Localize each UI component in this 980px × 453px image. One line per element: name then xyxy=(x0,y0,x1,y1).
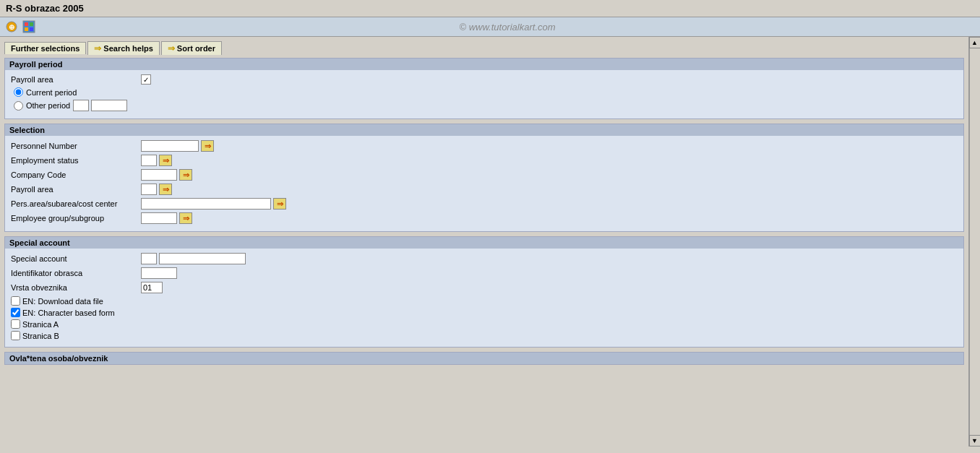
further-selections-label: Further selections xyxy=(11,44,79,53)
character-based-label: EN: Character based form xyxy=(22,309,115,317)
special-account-label: Special account xyxy=(11,254,141,263)
selection-body: Personnel Number ⇒ Employment status ⇒ C… xyxy=(5,136,963,231)
current-period-row: Current period xyxy=(14,87,958,97)
special-account-section: Special account Special account Identifi… xyxy=(4,236,964,348)
payroll-area-sel-label: Payroll area xyxy=(11,185,141,194)
payroll-area-sel-input[interactable] xyxy=(141,184,157,195)
employment-status-row: Employment status ⇒ xyxy=(11,155,958,166)
special-account-input-1[interactable] xyxy=(141,253,157,264)
special-account-inputs xyxy=(141,253,246,264)
vrsta-input[interactable]: 01 xyxy=(141,282,163,293)
character-based-checkbox[interactable] xyxy=(11,308,20,317)
payroll-area-sel-row: Payroll area ⇒ xyxy=(11,184,958,195)
stranica-a-label: Stranica A xyxy=(22,320,59,329)
company-code-search-icon: ⇒ xyxy=(183,171,189,180)
employment-status-input[interactable] xyxy=(141,155,157,166)
search-helps-arrow-icon: ⇒ xyxy=(94,43,101,53)
stranica-b-row: Stranica B xyxy=(11,331,958,340)
tab-sort-order[interactable]: ⇒ Sort order xyxy=(161,41,222,55)
payroll-period-section: Payroll period Payroll area ✓ Current pe… xyxy=(4,58,964,119)
payroll-area-label: Payroll area xyxy=(11,75,141,84)
personnel-number-row: Personnel Number ⇒ xyxy=(11,140,958,152)
title-bar: R-S obrazac 2005 xyxy=(0,0,980,17)
employee-group-row: Employee group/subgroup ⇒ xyxy=(11,212,958,224)
character-based-row: EN: Character based form xyxy=(11,308,958,317)
scrollbar: ▲ ▼ xyxy=(968,37,980,446)
personnel-number-search-icon: ⇒ xyxy=(205,142,211,151)
svg-rect-6 xyxy=(30,27,33,31)
tab-search-helps[interactable]: ⇒ Search helps xyxy=(87,41,159,55)
sort-order-arrow-icon: ⇒ xyxy=(168,43,175,53)
tab-bar: Further selections ⇒ Search helps ⇒ Sort… xyxy=(4,41,964,55)
employee-group-search-btn[interactable]: ⇒ xyxy=(179,212,192,224)
company-code-row: Company Code ⇒ xyxy=(11,169,958,181)
current-period-label: Current period xyxy=(26,88,77,97)
payroll-area-row: Payroll area ✓ xyxy=(11,74,958,85)
company-code-label: Company Code xyxy=(11,171,141,179)
current-period-radio[interactable] xyxy=(14,87,23,97)
employment-status-label: Employment status xyxy=(11,156,141,165)
company-code-input[interactable] xyxy=(141,169,177,181)
payroll-period-title: Payroll period xyxy=(5,59,963,70)
sort-order-label: Sort order xyxy=(177,44,215,53)
download-data-row: EN: Download data file xyxy=(11,296,958,306)
special-account-title: Special account xyxy=(5,237,963,249)
stranica-b-checkbox[interactable] xyxy=(11,331,20,340)
toolbar: ⊕ © www.tutorialkart.com xyxy=(0,17,980,37)
other-period-label: Other period xyxy=(26,101,70,110)
employee-group-input[interactable] xyxy=(141,212,177,224)
main-content: Further selections ⇒ Search helps ⇒ Sort… xyxy=(0,37,968,446)
app-title: R-S obrazac 2005 xyxy=(6,3,84,14)
svg-rect-4 xyxy=(30,22,33,26)
svg-rect-3 xyxy=(25,22,28,26)
other-period-row: Other period xyxy=(14,100,958,111)
stranica-b-label: Stranica B xyxy=(22,332,59,340)
download-data-checkbox[interactable] xyxy=(11,296,20,306)
stranica-a-row: Stranica A xyxy=(11,319,958,329)
payroll-area-sel-search-btn[interactable]: ⇒ xyxy=(159,184,172,195)
other-period-input-2[interactable] xyxy=(91,100,127,111)
personnel-number-search-btn[interactable]: ⇒ xyxy=(201,140,214,152)
payroll-period-body: Payroll area ✓ Current period Other peri… xyxy=(5,70,963,118)
identifikator-input[interactable] xyxy=(141,267,177,279)
period-inputs xyxy=(73,100,127,111)
svg-rect-5 xyxy=(25,27,28,31)
selection-title: Selection xyxy=(5,124,963,136)
personnel-number-input[interactable] xyxy=(141,140,199,152)
payroll-area-checkbox[interactable]: ✓ xyxy=(141,74,151,85)
ovlastena-section: Ovla*tena osoba/obveznik xyxy=(4,352,964,365)
pers-area-label: Pers.area/subarea/cost center xyxy=(11,199,141,208)
pers-area-row: Pers.area/subarea/cost center ⇒ xyxy=(11,198,958,210)
toolbar-icon-2[interactable] xyxy=(22,20,36,34)
stranica-a-checkbox[interactable] xyxy=(11,319,20,329)
identifikator-label: Identifikator obrasca xyxy=(11,269,141,277)
tab-further-selections[interactable]: Further selections xyxy=(4,42,86,54)
pers-area-input[interactable] xyxy=(141,198,271,210)
vrsta-label: Vrsta obveznika xyxy=(11,283,141,292)
special-account-input-2[interactable] xyxy=(159,253,246,264)
identifikator-row: Identifikator obrasca xyxy=(11,267,958,279)
employee-group-search-icon: ⇒ xyxy=(183,214,189,223)
download-data-label: EN: Download data file xyxy=(22,297,103,306)
employment-status-search-icon: ⇒ xyxy=(163,156,169,165)
watermark: © www.tutorialkart.com xyxy=(39,22,976,33)
vrsta-row: Vrsta obveznika 01 xyxy=(11,282,958,293)
other-period-input-1[interactable] xyxy=(73,100,89,111)
svg-text:⊕: ⊕ xyxy=(9,23,14,31)
special-account-body: Special account Identifikator obrasca Vr… xyxy=(5,249,963,347)
ovlastena-title: Ovla*tena osoba/obveznik xyxy=(5,353,963,364)
pers-area-search-btn[interactable]: ⇒ xyxy=(273,198,286,210)
company-code-search-btn[interactable]: ⇒ xyxy=(179,169,192,181)
scroll-down-btn[interactable]: ▼ xyxy=(969,435,981,446)
other-period-radio[interactable] xyxy=(14,101,23,111)
search-helps-label: Search helps xyxy=(103,44,152,53)
payroll-area-sel-search-icon: ⇒ xyxy=(163,185,169,194)
special-account-row: Special account xyxy=(11,253,958,264)
selection-section: Selection Personnel Number ⇒ Employment … xyxy=(4,124,964,232)
personnel-number-label: Personnel Number xyxy=(11,142,141,150)
employment-status-search-btn[interactable]: ⇒ xyxy=(159,155,172,166)
scroll-up-btn[interactable]: ▲ xyxy=(969,37,981,48)
pers-area-search-icon: ⇒ xyxy=(277,199,283,209)
toolbar-icon-1[interactable]: ⊕ xyxy=(4,20,19,34)
employee-group-label: Employee group/subgroup xyxy=(11,214,141,223)
